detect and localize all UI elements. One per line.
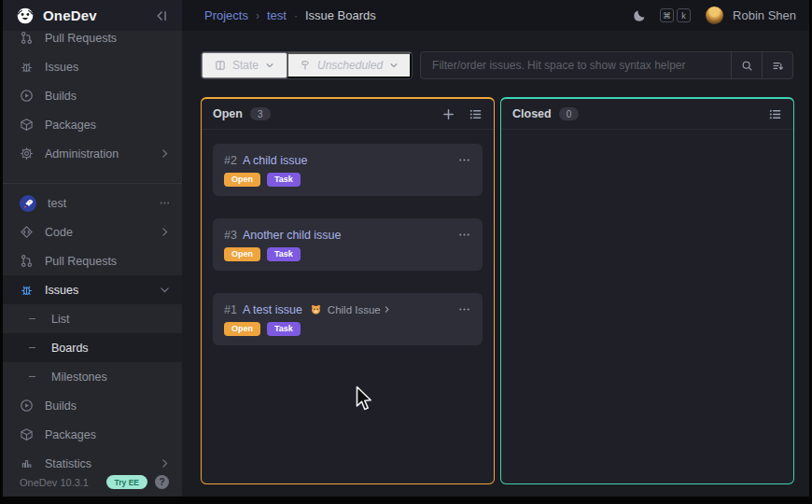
type-badge: Task (267, 173, 301, 187)
sidebar-item-project-pull-requests[interactable]: Pull Requests (3, 246, 182, 275)
package-icon (20, 118, 34, 132)
package-icon (20, 427, 34, 441)
board-column-open: Open 3 #2 A child issue (201, 97, 495, 484)
pull-request-icon (20, 31, 34, 45)
column-menu-icon[interactable] (469, 107, 483, 121)
add-issue-icon[interactable] (441, 107, 455, 121)
issue-number: #1 (224, 303, 237, 316)
breadcrumb-separator: › (256, 9, 259, 22)
sidebar-item-code[interactable]: Code (3, 217, 182, 246)
milestone-dropdown-button[interactable]: Unscheduled (287, 52, 412, 78)
breadcrumb: Projects › test · Issue Boards (182, 0, 376, 31)
column-title: Open (213, 107, 243, 120)
dash-icon (29, 318, 35, 319)
issue-title[interactable]: Another child issue (243, 229, 342, 242)
sidebar-footer: OneDev 10.3.1 Try EE ? (3, 468, 182, 497)
help-icon[interactable]: ? (155, 475, 169, 489)
version-label: OneDev 10.3.1 (20, 477, 99, 488)
sidebar-item-builds[interactable]: Builds (3, 81, 182, 110)
dash-icon (29, 376, 35, 377)
column-menu-icon[interactable] (768, 107, 782, 121)
chevron-right-icon (159, 226, 171, 238)
breadcrumb-current-page: Issue Boards (305, 8, 376, 22)
project-rocket-icon (20, 195, 36, 212)
k-key-icon: k (677, 8, 691, 22)
sidebar-item-issues[interactable]: Issues (3, 52, 182, 81)
sidebar-divider (3, 183, 182, 184)
sidebar-item-packages[interactable]: Packages (3, 110, 182, 139)
dash-icon (29, 347, 35, 348)
user-avatar[interactable] (706, 7, 723, 24)
chevron-down-icon (389, 61, 399, 70)
try-ee-badge[interactable]: Try EE (106, 475, 147, 489)
pull-request-icon (20, 254, 34, 268)
code-diamond-icon (20, 225, 34, 239)
sidebar-item-issues-list[interactable]: List (3, 304, 182, 333)
filter-toolbar: State Unscheduled (201, 51, 793, 79)
filter-search-box (420, 51, 793, 79)
user-name[interactable]: Robin Shen (733, 8, 796, 22)
search-icon[interactable] (731, 52, 762, 78)
child-issue-link[interactable]: Child Issue (328, 304, 391, 315)
filter-input[interactable] (421, 52, 731, 78)
sidebar-item-issues-boards[interactable]: Boards (3, 333, 182, 362)
issue-title[interactable]: A child issue (243, 154, 307, 167)
teddy-emoji-icon (310, 303, 322, 315)
dark-mode-toggle-icon[interactable] (633, 8, 647, 22)
bug-icon (20, 60, 34, 74)
issue-number: #3 (224, 229, 237, 242)
shortcut-hint[interactable]: ⌘ k (660, 8, 691, 22)
issue-title[interactable]: A test issue (243, 303, 302, 316)
issue-board: Open 3 #2 A child issue (201, 97, 793, 484)
breadcrumb-separator: · (294, 9, 298, 22)
state-badge: Open (224, 173, 260, 187)
sidebar-item-project-issues[interactable]: Issues (3, 275, 182, 304)
sidebar-collapse-icon[interactable] (154, 9, 171, 22)
screen: OneDev Projects › test · Issue Boards ⌘ … (0, 0, 812, 504)
topbar: OneDev Projects › test · Issue Boards ⌘ … (3, 0, 809, 31)
chevron-right-icon (383, 305, 391, 314)
play-circle-icon (20, 399, 34, 413)
more-dots-icon[interactable] (159, 197, 171, 209)
breadcrumb-project-link[interactable]: test (267, 8, 287, 22)
brand-title: OneDev (43, 7, 146, 23)
card-more-icon[interactable] (457, 228, 471, 242)
issue-card-3[interactable]: #3 Another child issue Open Task (213, 218, 483, 271)
gear-icon (20, 147, 34, 161)
sidebar: Pull Requests Issues Builds Packages (3, 31, 182, 497)
sidebar-item-issues-milestones[interactable]: Milestones (3, 362, 182, 391)
column-cards-closed (501, 130, 793, 483)
column-count-badge: 3 (250, 107, 271, 120)
cmd-key-icon: ⌘ (660, 8, 674, 22)
breadcrumb-projects-link[interactable]: Projects (204, 8, 248, 22)
issue-card-1[interactable]: #1 A test issue Child Issue (213, 293, 483, 345)
issue-card-2[interactable]: #2 A child issue Open Task (213, 144, 483, 196)
sidebar-header: OneDev (3, 0, 182, 31)
sidebar-item-administration[interactable]: Administration (3, 139, 182, 168)
sidebar-project-test[interactable]: test (3, 189, 182, 217)
bug-icon (20, 283, 34, 297)
sort-order-icon[interactable] (762, 52, 792, 78)
onedev-app: OneDev Projects › test · Issue Boards ⌘ … (3, 0, 809, 497)
issue-number: #2 (224, 154, 237, 167)
chevron-right-icon (159, 147, 171, 160)
sidebar-item-project-builds[interactable]: Builds (3, 391, 182, 420)
column-header-closed: Closed 0 (501, 99, 793, 130)
column-header-open: Open 3 (202, 99, 494, 130)
play-circle-icon (20, 89, 34, 103)
state-badge: Open (224, 247, 260, 261)
board-column-closed: Closed 0 (500, 97, 794, 484)
topbar-actions: ⌘ k Robin Shen (633, 0, 809, 31)
card-more-icon[interactable] (457, 153, 471, 167)
chevron-down-icon (159, 284, 171, 296)
column-title: Closed (512, 107, 552, 120)
milestone-icon (300, 60, 311, 71)
sidebar-item-pull-requests[interactable]: Pull Requests (3, 31, 182, 52)
chevron-down-icon (265, 61, 274, 70)
sidebar-item-project-packages[interactable]: Packages (3, 420, 182, 449)
column-count-badge: 0 (559, 107, 580, 120)
card-more-icon[interactable] (457, 302, 471, 316)
state-dropdown-button[interactable]: State (202, 52, 287, 78)
board-filter-group: State Unscheduled (201, 51, 413, 79)
state-badge: Open (224, 322, 260, 336)
